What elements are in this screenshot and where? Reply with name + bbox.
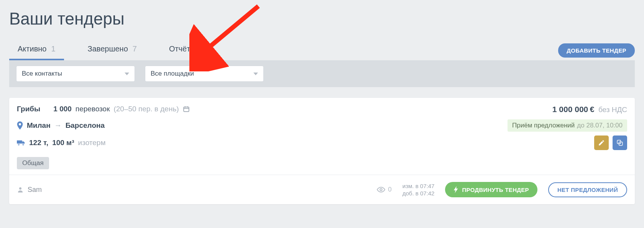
visibility-tag[interactable]: Общая [17, 157, 49, 169]
svg-point-5 [19, 123, 21, 126]
tab-count: 7 [133, 45, 137, 53]
chevron-down-icon [125, 73, 129, 75]
chevron-down-icon [253, 73, 258, 75]
promote-button[interactable]: ПРОДВИНУТЬ ТЕНДЕР [445, 182, 537, 197]
tab-label: Завершено [88, 45, 128, 53]
shipments-count: 1 000 [53, 105, 72, 113]
added-time: доб. в 07:42 [402, 190, 435, 197]
truck-icon [17, 140, 25, 146]
select-value: Все площадки [151, 70, 194, 78]
per-day: (20–50 пер. в день) [113, 105, 179, 113]
eye-icon [377, 187, 385, 193]
route-to: Барселона [66, 121, 105, 130]
card-bottom: Sam 0 изм. в 07:47 доб. в 07:42 ПРОДВИНУ… [9, 175, 635, 204]
route-from: Милан [27, 121, 51, 130]
tab-label: Отчёты [169, 45, 196, 53]
status-until: до 28.07, 10:00 [577, 122, 623, 129]
views-count: 0 [388, 186, 391, 193]
svg-point-13 [19, 187, 21, 190]
copy-button[interactable] [613, 135, 627, 150]
status-label: Приём предложений [512, 122, 575, 129]
edit-button[interactable] [594, 135, 609, 150]
arrow-right-icon: → [54, 121, 62, 130]
svg-point-14 [380, 188, 383, 191]
tab-reports[interactable]: Отчёты [161, 41, 204, 60]
tabs-row: Активно 1 Завершено 7 Отчёты ДОБАВИТЬ ТЕ… [9, 41, 635, 60]
tender-title: Грибы [17, 105, 40, 113]
tab-label: Активно [18, 45, 46, 53]
tab-completed[interactable]: Завершено 7 [79, 41, 145, 60]
vehicle: 122 т, 100 м³ изотерм [17, 139, 105, 147]
svg-point-8 [18, 144, 19, 145]
contacts-select[interactable]: Все контакты [16, 66, 135, 82]
copy-icon [616, 139, 623, 146]
headline-left: Грибы 1 000 перевозок (20–50 пер. в день… [17, 105, 190, 113]
svg-point-10 [23, 144, 24, 145]
add-tender-button[interactable]: ДОБАВИТЬ ТЕНДЕР [558, 43, 635, 58]
status-badge: Приём предложений до 28.07, 10:00 [508, 119, 627, 132]
svg-rect-6 [17, 140, 22, 144]
svg-rect-1 [184, 107, 189, 112]
vehicle-type: изотерм [78, 139, 106, 147]
row-headline: Грибы 1 000 перевозок (20–50 пер. в день… [17, 105, 627, 114]
vehicle-volume: 100 м³ [52, 139, 74, 147]
shipments-suffix: перевозок [76, 105, 110, 113]
card-top: Грибы 1 000 перевозок (20–50 пер. в день… [9, 98, 635, 175]
filter-bar: Все контакты Все площадки [9, 60, 635, 87]
tab-active[interactable]: Активно 1 [9, 41, 64, 60]
tender-card: Грибы 1 000 перевозок (20–50 пер. в день… [9, 98, 635, 204]
timestamps: изм. в 07:47 доб. в 07:42 [402, 182, 435, 197]
tag-row: Общая [17, 157, 627, 169]
pin-icon [17, 121, 23, 130]
price-currency: € [590, 105, 595, 114]
no-offers-button[interactable]: НЕТ ПРЕДЛОЖЕНИЙ [548, 182, 627, 197]
icon-buttons [594, 135, 627, 150]
tab-count: 1 [51, 45, 55, 53]
row-vehicle: 122 т, 100 м³ изотерм [17, 135, 627, 150]
price-value: 1 000 000 [552, 105, 588, 114]
row-route: Милан → Барселона Приём предложений до 2… [17, 119, 627, 132]
bolt-icon [453, 186, 459, 193]
user-wrap: Sam [17, 186, 42, 194]
price-vat: без НДС [598, 106, 627, 114]
select-value: Все контакты [22, 70, 62, 78]
modified-time: изм. в 07:47 [402, 182, 435, 190]
page-title: Ваши тендеры [9, 9, 635, 28]
views: 0 [377, 186, 391, 193]
user-name: Sam [28, 186, 42, 194]
tabs: Активно 1 Завершено 7 Отчёты [9, 41, 204, 60]
pencil-icon [598, 139, 605, 146]
platforms-select[interactable]: Все площадки [145, 66, 264, 82]
route: Милан → Барселона [17, 121, 105, 130]
headline-right: 1 000 000 € без НДС [552, 105, 627, 114]
promote-label: ПРОДВИНУТЬ ТЕНДЕР [462, 187, 529, 193]
user-icon [17, 186, 24, 193]
meta-cluster: 0 изм. в 07:47 доб. в 07:42 ПРОДВИНУТЬ Т… [377, 182, 627, 197]
calendar-icon[interactable] [183, 106, 190, 112]
vehicle-weight: 122 т, [29, 139, 48, 147]
